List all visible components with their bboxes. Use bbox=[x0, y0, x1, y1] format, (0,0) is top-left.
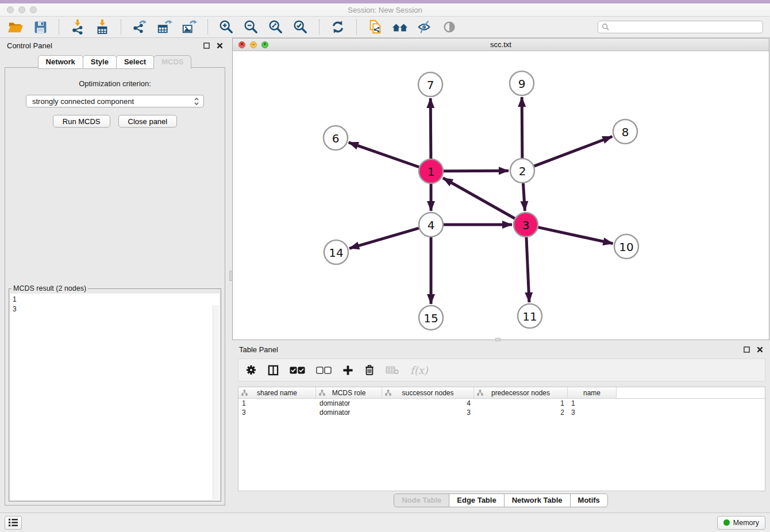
tab-style[interactable]: Style bbox=[83, 55, 117, 69]
duplicate-network-button[interactable] bbox=[367, 18, 384, 36]
unchecked-boxes-icon bbox=[316, 367, 332, 374]
column-header-mcds-role[interactable]: MCDS role bbox=[316, 387, 382, 398]
first-neighbors-button[interactable] bbox=[391, 18, 409, 36]
zoom-out-button[interactable] bbox=[242, 18, 260, 36]
tab-network-table[interactable]: Network Table bbox=[504, 494, 571, 507]
delete-table-button[interactable] bbox=[386, 364, 399, 376]
birds-eye-view-button[interactable] bbox=[441, 18, 458, 36]
edge-2-to-9[interactable] bbox=[522, 97, 522, 158]
edge-1-to-2[interactable] bbox=[444, 171, 509, 171]
table-cell: 3 bbox=[238, 408, 316, 417]
export-network-icon bbox=[132, 19, 148, 35]
eye-slash-icon bbox=[417, 19, 433, 35]
task-list-icon bbox=[8, 518, 18, 527]
export-table-button[interactable] bbox=[156, 18, 173, 36]
edge-1-to-6[interactable] bbox=[349, 142, 419, 167]
table-panel: Table Panel bbox=[232, 342, 770, 510]
network-canvas[interactable]: 7968124314101511 bbox=[233, 51, 769, 340]
node-label-15: 15 bbox=[424, 311, 438, 325]
tab-node-table[interactable]: Node Table bbox=[394, 494, 449, 507]
edge-4-to-14[interactable] bbox=[349, 228, 419, 248]
node-label-6: 6 bbox=[332, 132, 340, 145]
create-column-button[interactable] bbox=[342, 364, 353, 376]
tab-network[interactable]: Network bbox=[38, 55, 83, 69]
float-table-panel-button[interactable] bbox=[744, 346, 750, 353]
node-label-2: 2 bbox=[519, 164, 526, 178]
tab-select[interactable]: Select bbox=[116, 55, 154, 69]
app-titlebar: Session: New Session bbox=[0, 3, 770, 17]
show-all-columns-button[interactable] bbox=[290, 364, 305, 376]
column-header-name[interactable]: name bbox=[568, 387, 617, 398]
refresh-layout-icon bbox=[330, 19, 346, 35]
node-label-4: 4 bbox=[428, 218, 435, 232]
houses-icon bbox=[391, 19, 409, 35]
import-network-button[interactable] bbox=[69, 18, 86, 36]
table-cell: dominator bbox=[316, 399, 382, 407]
network-resize-grip[interactable] bbox=[495, 338, 500, 341]
save-session-button[interactable] bbox=[32, 18, 49, 36]
window-title: Session: New Session bbox=[0, 6, 770, 14]
network-graph[interactable]: 7968124314101511 bbox=[233, 51, 769, 340]
zoom-in-button[interactable] bbox=[218, 18, 235, 36]
result-scrollbar[interactable] bbox=[213, 305, 219, 499]
task-history-button[interactable] bbox=[5, 516, 22, 530]
search-input[interactable] bbox=[612, 23, 759, 31]
export-network-button[interactable] bbox=[131, 18, 148, 36]
optimization-criterion-label: Optimization criterion: bbox=[5, 79, 225, 88]
table-panel-title: Table Panel bbox=[239, 345, 278, 354]
table-header-row: shared nameMCDS rolesuccessor nodesprede… bbox=[238, 387, 765, 399]
optimization-criterion-select[interactable]: strongly connected component bbox=[26, 95, 204, 107]
show-graphics-details-button[interactable] bbox=[416, 18, 433, 36]
apply-layout-button[interactable] bbox=[329, 18, 346, 36]
edge-2-to-3[interactable] bbox=[523, 183, 525, 211]
edge-1-to-7[interactable] bbox=[430, 98, 431, 159]
tab-mcds[interactable]: MCDS bbox=[153, 55, 191, 69]
close-panel-button-action[interactable]: Close panel bbox=[118, 115, 178, 128]
zoom-selected-button[interactable] bbox=[292, 18, 309, 36]
delete-column-button[interactable] bbox=[364, 364, 375, 376]
edge-3-to-11[interactable] bbox=[526, 237, 529, 302]
search-icon bbox=[602, 23, 610, 31]
table-settings-button[interactable] bbox=[245, 364, 257, 376]
table-cell: 3 bbox=[382, 408, 474, 417]
network-window-titlebar[interactable]: ✕ − + scc.txt bbox=[233, 38, 769, 51]
split-table-view-button[interactable] bbox=[268, 364, 279, 376]
float-panel-button[interactable] bbox=[203, 43, 210, 49]
delete-table-icon bbox=[386, 365, 399, 375]
run-mcds-button[interactable]: Run MCDS bbox=[53, 115, 110, 128]
table-panel-tabs: Node TableEdge TableNetwork TableMotifs bbox=[232, 494, 770, 507]
search-field[interactable] bbox=[598, 21, 763, 33]
zoom-in-icon bbox=[218, 19, 234, 35]
open-session-button[interactable] bbox=[7, 18, 24, 36]
import-table-button[interactable] bbox=[94, 18, 111, 36]
node-label-8: 8 bbox=[622, 125, 629, 139]
table-toolbar: f(x) bbox=[238, 358, 765, 381]
export-image-icon bbox=[181, 19, 197, 35]
close-table-panel-button[interactable] bbox=[757, 346, 763, 353]
main-toolbar bbox=[0, 17, 770, 38]
column-header-shared-name[interactable]: shared name bbox=[238, 387, 316, 398]
status-bar: Memory bbox=[0, 512, 770, 532]
export-table-icon bbox=[156, 19, 172, 35]
table-row[interactable]: 3dominator323 bbox=[238, 408, 765, 417]
mcds-result-fieldset: MCDS result (2 nodes) 1 3 bbox=[9, 284, 221, 502]
node-label-9: 9 bbox=[518, 77, 526, 91]
memory-button[interactable]: Memory bbox=[717, 516, 765, 530]
mcds-result-list[interactable]: 1 3 bbox=[10, 294, 220, 500]
edge-3-to-10[interactable] bbox=[538, 228, 613, 244]
edge-3-to-1[interactable] bbox=[443, 178, 515, 218]
close-panel-button[interactable] bbox=[217, 43, 223, 49]
contrast-eye-icon bbox=[441, 19, 457, 35]
export-image-button[interactable] bbox=[180, 18, 198, 36]
tab-motifs[interactable]: Motifs bbox=[570, 494, 608, 507]
edge-2-to-8[interactable] bbox=[534, 137, 613, 167]
tab-edge-table[interactable]: Edge Table bbox=[449, 494, 504, 507]
table-row[interactable]: 1dominator411 bbox=[238, 399, 765, 408]
node-label-11: 11 bbox=[522, 310, 537, 323]
toolbar-separator bbox=[59, 20, 59, 34]
column-header-successor-nodes[interactable]: successor nodes bbox=[382, 387, 474, 398]
zoom-fit-button[interactable] bbox=[267, 18, 284, 36]
hide-all-columns-button[interactable] bbox=[316, 364, 332, 376]
column-header-predecessor-nodes[interactable]: predecessor nodes bbox=[474, 387, 568, 398]
function-builder-button[interactable]: f(x) bbox=[410, 364, 428, 376]
